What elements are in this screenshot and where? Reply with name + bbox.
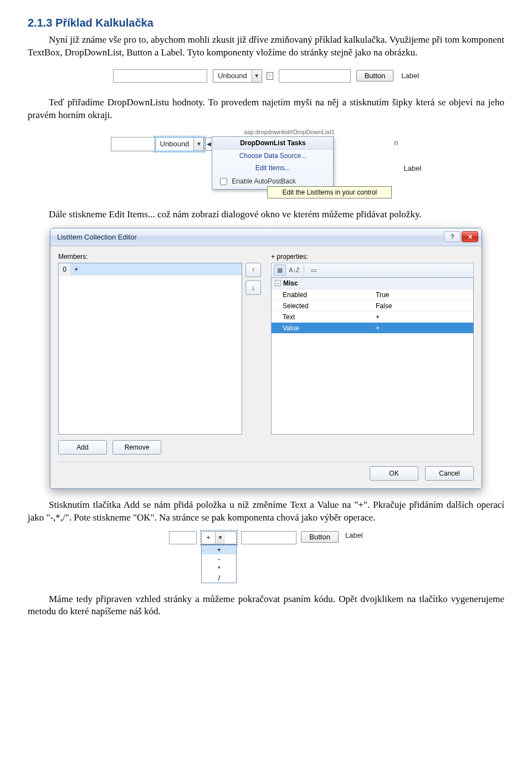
alphabetical-icon[interactable]: A↓Z xyxy=(288,264,300,276)
paragraph-1: Nyní již známe vše pro to, abychom mohli… xyxy=(28,34,504,59)
textbox-left xyxy=(111,137,155,151)
members-listbox[interactable]: 0 + xyxy=(58,263,242,435)
textbox-right xyxy=(241,531,296,544)
dropdown-text: Unbound xyxy=(156,140,194,148)
move-up-button[interactable]: ↑ xyxy=(245,263,261,277)
prop-row-selected[interactable]: Selected False xyxy=(272,300,473,312)
label-control: Label xyxy=(343,531,363,539)
list-item-text: + xyxy=(71,263,242,275)
property-grid[interactable]: − Misc Enabled True Selected False Text … xyxy=(271,277,474,435)
prop-row-value[interactable]: Value + xyxy=(272,323,473,334)
chevron-down-icon: ▼ xyxy=(215,532,225,544)
dropdown-unbound: Unbound ▼ xyxy=(213,69,262,83)
prop-row-text[interactable]: Text + xyxy=(272,312,473,323)
button-behind-fragment: n xyxy=(392,139,398,147)
dropdown-tag-path: asp:dropdownlist#DropDownList1 xyxy=(157,129,422,135)
menu-edit-items[interactable]: Edit Items... xyxy=(212,162,333,174)
chevron-down-icon: ▼ xyxy=(252,70,262,82)
remove-button[interactable]: Remove xyxy=(112,440,161,455)
prop-row-enabled[interactable]: Enabled True xyxy=(272,289,473,300)
paragraph-3: Dále stiskneme Edit Items... což nám zob… xyxy=(28,208,504,221)
listitem-collection-editor-dialog: ListItem Collection Editor ? ✕ Members: … xyxy=(50,228,482,489)
figure-smart-tag-popup: asp:dropdownlist#DropDownList1 Unbound ▼… xyxy=(28,129,504,198)
dropdown-unbound-selected: Unbound ▼ xyxy=(155,137,204,151)
option-divide[interactable]: / xyxy=(202,573,236,583)
menu-choose-data-source[interactable]: Choose Data Source... xyxy=(212,150,333,162)
list-item-index: 0 xyxy=(59,263,71,275)
smart-tag-icon: > xyxy=(267,72,273,80)
figure-designer-row: Unbound ▼ > Button Label xyxy=(28,66,504,86)
collapse-icon[interactable]: − xyxy=(275,280,281,286)
paragraph-2: Teď přiřadíme DropDownListu hodnoty. To … xyxy=(28,96,504,122)
prop-value[interactable]: + xyxy=(372,323,473,333)
move-down-button[interactable]: ↓ xyxy=(245,281,261,295)
prop-value[interactable]: + xyxy=(372,312,473,322)
category-label: Misc xyxy=(283,279,298,287)
prop-name: Text xyxy=(283,313,295,321)
button-control: Button xyxy=(356,70,394,81)
prop-name: Selected xyxy=(283,302,309,310)
tooltip-edit-items: Edit the ListItems in your control xyxy=(267,186,392,198)
option-plus[interactable]: + xyxy=(202,545,236,554)
section-heading: 2.1.3 Příklad Kalkulačka xyxy=(28,16,504,30)
figure-operator-dropdown: + ▼ + - * / Button Label xyxy=(28,531,504,583)
dropdown-text: Unbound xyxy=(213,72,252,80)
button-control: Button xyxy=(301,531,339,543)
dialog-titlebar: ListItem Collection Editor ? ✕ xyxy=(50,228,482,246)
smart-tag-popup: DropDownList Tasks Choose Data Source...… xyxy=(212,136,334,190)
close-button[interactable]: ✕ xyxy=(462,231,478,242)
add-button[interactable]: Add xyxy=(58,440,107,455)
dropdown-operator: + ▼ xyxy=(201,531,237,544)
dialog-title: ListItem Collection Editor xyxy=(57,233,137,241)
members-label: Members: xyxy=(58,253,261,261)
dropdown-option-list: + - * / xyxy=(201,544,237,583)
textbox-placeholder xyxy=(113,69,207,83)
categorized-icon[interactable]: ▦ xyxy=(274,264,286,276)
textbox-placeholder-2 xyxy=(279,69,351,83)
dropdown-text: + xyxy=(202,533,215,542)
properties-label: + properties: xyxy=(271,253,474,261)
option-minus[interactable]: - xyxy=(202,554,236,564)
ok-button[interactable]: OK xyxy=(370,466,418,481)
prop-name: Enabled xyxy=(283,291,307,299)
checkbox-autopostback[interactable] xyxy=(220,178,227,185)
property-pages-icon[interactable]: ▭ xyxy=(308,264,320,276)
category-misc[interactable]: − Misc xyxy=(272,278,473,289)
textbox-left xyxy=(169,531,197,544)
label-control: Label xyxy=(404,164,422,172)
option-multiply[interactable]: * xyxy=(202,564,236,573)
help-button[interactable]: ? xyxy=(444,231,461,242)
properties-toolbar: ▦ A↓Z ▭ xyxy=(271,263,474,277)
paragraph-5: Máme tedy připraven vzhled stránky a můž… xyxy=(28,593,504,619)
cancel-button[interactable]: Cancel xyxy=(425,466,474,481)
popup-title: DropDownList Tasks xyxy=(212,137,333,150)
prop-name: Value xyxy=(283,324,299,332)
prop-value[interactable]: False xyxy=(372,300,473,311)
paragraph-4: Stisknutím tlačítka Add se nám přidá pol… xyxy=(28,499,504,524)
chevron-down-icon: ▼ xyxy=(193,137,203,151)
list-item[interactable]: 0 + xyxy=(59,263,242,276)
checkbox-label: Enable AutoPostBack xyxy=(232,177,295,185)
prop-value[interactable]: True xyxy=(372,289,473,300)
label-control: Label xyxy=(399,72,419,80)
